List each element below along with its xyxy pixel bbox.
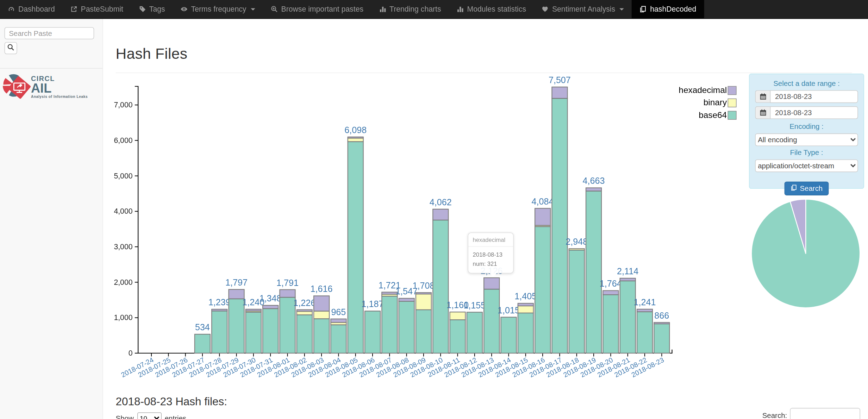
ail-logo-mark bbox=[3, 74, 31, 99]
bar-segment-hexadecimal[interactable] bbox=[399, 298, 414, 301]
bar-segment-base64[interactable] bbox=[654, 324, 669, 353]
nav-item-browse-important-pastes[interactable]: Browse important pastes bbox=[263, 0, 371, 18]
page-length-select[interactable]: 10 bbox=[137, 412, 161, 419]
nav-item-label: Modules statistics bbox=[467, 5, 526, 13]
bar-segment-base64[interactable] bbox=[484, 289, 499, 353]
hash-search-button[interactable]: Search bbox=[784, 182, 829, 195]
bar-segment-hexadecimal[interactable] bbox=[535, 208, 550, 225]
bar-segment-hexadecimal[interactable] bbox=[229, 289, 244, 299]
x-axis-date-label: 2018-08-05 bbox=[324, 356, 359, 379]
bar-segment-base64[interactable] bbox=[280, 297, 295, 353]
bar-segment-binary[interactable] bbox=[297, 311, 312, 315]
bar-segment-base64[interactable] bbox=[382, 296, 397, 353]
bar-segment-base64[interactable] bbox=[450, 320, 466, 353]
bar-segment-base64[interactable] bbox=[314, 319, 329, 353]
bar-segment-base64[interactable] bbox=[348, 142, 363, 353]
bar-segment-base64[interactable] bbox=[212, 311, 227, 353]
bar-segment-hexadecimal[interactable] bbox=[331, 319, 346, 323]
bar-segment-binary[interactable] bbox=[246, 311, 261, 312]
bar-segment-binary[interactable] bbox=[348, 138, 363, 142]
bar-segment-base64[interactable] bbox=[416, 310, 431, 353]
show-label: Show bbox=[116, 414, 134, 419]
search-paste-input[interactable] bbox=[5, 27, 94, 39]
bar-segment-binary[interactable] bbox=[314, 311, 329, 319]
nav-item-label: Browse important pastes bbox=[281, 5, 363, 13]
x-axis-date-label: 2018-08-18 bbox=[545, 356, 580, 379]
bar-value-label: 4,084 bbox=[532, 196, 554, 206]
bar-segment-base64[interactable] bbox=[399, 301, 414, 353]
bar-segment-hexadecimal[interactable] bbox=[263, 305, 278, 308]
bar-segment-base64[interactable] bbox=[535, 226, 550, 353]
bar-segment-hexadecimal[interactable] bbox=[416, 293, 431, 294]
x-axis-date-label: 2018-08-10 bbox=[409, 356, 444, 379]
bar-segment-base64[interactable] bbox=[297, 315, 312, 353]
bar-segment-base64[interactable] bbox=[569, 250, 585, 353]
bar-segment-binary[interactable] bbox=[331, 323, 346, 325]
bar-segment-base64[interactable] bbox=[467, 312, 482, 353]
bar-segment-hexadecimal[interactable] bbox=[314, 296, 329, 311]
date-to-input[interactable] bbox=[770, 106, 858, 119]
bar-segment-base64[interactable] bbox=[365, 311, 380, 353]
bar-segment-hexadecimal[interactable] bbox=[637, 309, 652, 312]
bar-segment-hexadecimal[interactable] bbox=[654, 323, 669, 324]
encoding-select[interactable]: All encoding bbox=[755, 133, 858, 146]
bar-segment-base64[interactable] bbox=[518, 313, 533, 353]
bar-segment-base64[interactable] bbox=[263, 309, 278, 353]
bar-segment-base64[interactable] bbox=[433, 220, 448, 353]
search-paste-button[interactable] bbox=[5, 42, 17, 54]
bar-segment-binary[interactable] bbox=[382, 294, 397, 296]
bar-segment-hexadecimal[interactable] bbox=[518, 304, 533, 306]
bar-segment-hexadecimal[interactable] bbox=[382, 292, 397, 294]
search-icon bbox=[7, 44, 14, 52]
nav-item-sentiment-analysis[interactable]: Sentiment Analysis bbox=[534, 0, 632, 18]
bar-segment-base64[interactable] bbox=[246, 312, 261, 353]
table-search-input[interactable] bbox=[790, 408, 860, 419]
bar-segment-hexadecimal[interactable] bbox=[433, 209, 448, 220]
bar-segment-base64[interactable] bbox=[331, 325, 346, 353]
bar-segment-base64[interactable] bbox=[603, 295, 618, 353]
bar-value-label: 1,240 bbox=[242, 297, 264, 307]
nav-item-pastesubmit[interactable]: PasteSubmit bbox=[63, 0, 131, 18]
nav-item-tags[interactable]: Tags bbox=[131, 0, 173, 18]
bar-segment-hexadecimal[interactable] bbox=[297, 310, 312, 312]
bar-segment-hexadecimal[interactable] bbox=[212, 309, 227, 311]
bar-segment-binary[interactable] bbox=[569, 249, 585, 250]
x-axis-date-label: 2018-08-04 bbox=[307, 356, 342, 379]
bar-segment-binary[interactable] bbox=[518, 306, 533, 313]
bar-segment-base64[interactable] bbox=[620, 281, 636, 353]
bar-segment-binary[interactable] bbox=[416, 294, 431, 310]
nav-item-hashdecoded[interactable]: hashDecoded bbox=[632, 0, 704, 18]
date-from-input[interactable] bbox=[770, 90, 858, 103]
bar-segment-binary[interactable] bbox=[450, 312, 466, 320]
bar-segment-hexadecimal[interactable] bbox=[348, 137, 363, 138]
bar-segment-binary[interactable] bbox=[535, 225, 550, 226]
bar-value-label: 1,155 bbox=[463, 300, 486, 310]
bar-segment-hexadecimal[interactable] bbox=[246, 309, 261, 311]
pie-slice-base64[interactable] bbox=[751, 199, 860, 308]
pie-slice-hexadecimal[interactable] bbox=[790, 199, 806, 254]
filetype-select[interactable]: application/octet-stream bbox=[755, 160, 858, 172]
bar-segment-base64[interactable] bbox=[229, 299, 244, 353]
chevron-down-icon bbox=[251, 8, 255, 10]
bar-segment-hexadecimal[interactable] bbox=[552, 87, 567, 98]
nav-item-dashboard[interactable]: Dashboard bbox=[0, 0, 63, 18]
bar-segment-base64[interactable] bbox=[552, 98, 567, 353]
bar-value-label: 4,663 bbox=[583, 176, 605, 186]
x-axis-date-label: 2018-07-31 bbox=[239, 356, 274, 379]
bar-value-label: 6,098 bbox=[344, 125, 367, 135]
bar-segment-hexadecimal[interactable] bbox=[603, 290, 618, 295]
bar-segment-hexadecimal[interactable] bbox=[586, 188, 601, 191]
bar-segment-base64[interactable] bbox=[586, 191, 601, 353]
bar-segment-hexadecimal[interactable] bbox=[280, 290, 295, 298]
bar-segment-base64[interactable] bbox=[501, 317, 516, 353]
bar-segment-base64[interactable] bbox=[195, 334, 210, 353]
nav-item-trending-charts[interactable]: Trending charts bbox=[371, 0, 449, 18]
nav-item-terms-frequency[interactable]: Terms frequency bbox=[173, 0, 263, 18]
nav-item-modules-statistics[interactable]: Modules statistics bbox=[449, 0, 534, 18]
bar-segment-base64[interactable] bbox=[637, 312, 652, 353]
logo-subtitle-text: Analysis of Information Leaks bbox=[31, 95, 88, 99]
bar-value-label: 1,226 bbox=[293, 298, 316, 308]
bar-segment-hexadecimal[interactable] bbox=[620, 278, 636, 281]
bar-chart-icon bbox=[379, 6, 386, 13]
bar-segment-hexadecimal[interactable] bbox=[484, 278, 499, 289]
